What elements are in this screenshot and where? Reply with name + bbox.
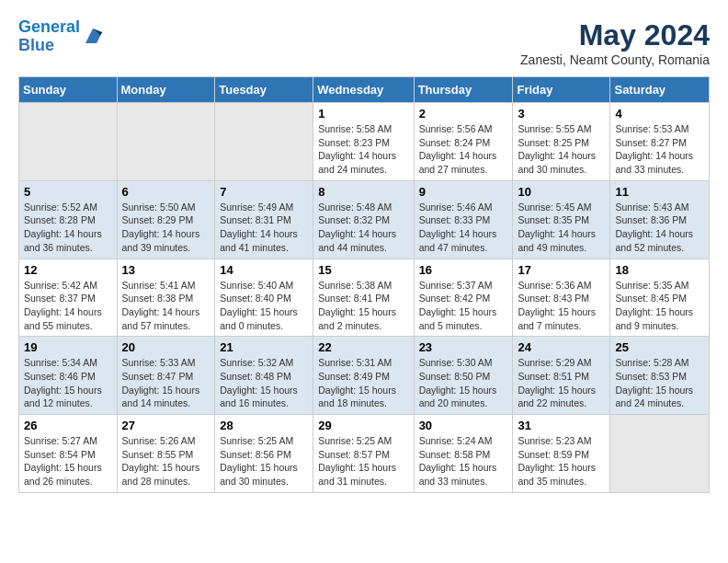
calendar-cell: 7Sunrise: 5:49 AMSunset: 8:31 PMDaylight… (215, 180, 313, 259)
day-info: Sunrise: 5:33 AMSunset: 8:47 PMDaylight:… (122, 356, 210, 410)
logo-text: GeneralBlue (18, 18, 80, 55)
calendar-week-row: 12Sunrise: 5:42 AMSunset: 8:37 PMDayligh… (19, 259, 710, 337)
day-info: Sunrise: 5:48 AMSunset: 8:32 PMDaylight:… (318, 201, 408, 255)
day-info: Sunrise: 5:45 AMSunset: 8:35 PMDaylight:… (518, 201, 605, 255)
header-cell-monday: Monday (117, 77, 215, 103)
day-number: 6 (122, 185, 210, 199)
calendar-cell: 6Sunrise: 5:50 AMSunset: 8:29 PMDaylight… (117, 180, 215, 259)
calendar-cell: 20Sunrise: 5:33 AMSunset: 8:47 PMDayligh… (117, 337, 215, 415)
header-cell-sunday: Sunday (19, 77, 118, 103)
day-info: Sunrise: 5:34 AMSunset: 8:46 PMDaylight:… (24, 356, 112, 410)
calendar-cell (117, 103, 215, 181)
calendar-cell (610, 415, 710, 493)
day-number: 12 (24, 263, 112, 277)
day-info: Sunrise: 5:49 AMSunset: 8:31 PMDaylight:… (220, 201, 308, 255)
day-number: 24 (518, 340, 605, 354)
day-number: 5 (24, 185, 112, 199)
day-number: 13 (122, 263, 210, 277)
header-cell-friday: Friday (513, 77, 610, 103)
day-info: Sunrise: 5:56 AMSunset: 8:24 PMDaylight:… (419, 122, 508, 177)
calendar-cell: 18Sunrise: 5:35 AMSunset: 8:45 PMDayligh… (610, 259, 710, 337)
day-info: Sunrise: 5:43 AMSunset: 8:36 PMDaylight:… (615, 201, 704, 255)
day-info: Sunrise: 5:26 AMSunset: 8:55 PMDaylight:… (122, 434, 210, 488)
calendar-cell: 22Sunrise: 5:31 AMSunset: 8:49 PMDayligh… (313, 337, 414, 415)
calendar-cell: 3Sunrise: 5:55 AMSunset: 8:25 PMDaylight… (513, 103, 610, 181)
day-number: 1 (318, 107, 408, 121)
day-info: Sunrise: 5:55 AMSunset: 8:25 PMDaylight:… (518, 122, 605, 177)
day-number: 10 (518, 185, 605, 199)
day-info: Sunrise: 5:25 AMSunset: 8:57 PMDaylight:… (318, 434, 408, 488)
day-number: 28 (220, 419, 308, 432)
calendar-cell (215, 103, 313, 181)
calendar-header-row: SundayMondayTuesdayWednesdayThursdayFrid… (19, 77, 710, 103)
day-number: 8 (318, 185, 408, 199)
day-info: Sunrise: 5:53 AMSunset: 8:27 PMDaylight:… (615, 122, 704, 177)
calendar-cell: 31Sunrise: 5:23 AMSunset: 8:59 PMDayligh… (513, 415, 610, 493)
month-title: May 2024 (520, 18, 710, 52)
day-info: Sunrise: 5:32 AMSunset: 8:48 PMDaylight:… (220, 356, 308, 410)
day-info: Sunrise: 5:46 AMSunset: 8:33 PMDaylight:… (419, 201, 508, 255)
calendar-cell: 13Sunrise: 5:41 AMSunset: 8:38 PMDayligh… (117, 259, 215, 337)
calendar-cell: 16Sunrise: 5:37 AMSunset: 8:42 PMDayligh… (414, 259, 513, 337)
day-number: 15 (318, 263, 408, 277)
day-number: 7 (220, 185, 308, 199)
header-cell-thursday: Thursday (414, 77, 513, 103)
day-info: Sunrise: 5:24 AMSunset: 8:58 PMDaylight:… (419, 434, 508, 488)
calendar-cell: 23Sunrise: 5:30 AMSunset: 8:50 PMDayligh… (414, 337, 513, 415)
day-info: Sunrise: 5:58 AMSunset: 8:23 PMDaylight:… (318, 122, 408, 177)
day-info: Sunrise: 5:28 AMSunset: 8:53 PMDaylight:… (615, 356, 704, 410)
day-info: Sunrise: 5:37 AMSunset: 8:42 PMDaylight:… (419, 279, 508, 333)
day-info: Sunrise: 5:42 AMSunset: 8:37 PMDaylight:… (24, 279, 112, 333)
calendar-cell: 4Sunrise: 5:53 AMSunset: 8:27 PMDaylight… (610, 103, 710, 181)
calendar-cell: 14Sunrise: 5:40 AMSunset: 8:40 PMDayligh… (215, 259, 313, 337)
calendar-cell: 5Sunrise: 5:52 AMSunset: 8:28 PMDaylight… (19, 180, 118, 259)
day-info: Sunrise: 5:25 AMSunset: 8:56 PMDaylight:… (220, 434, 308, 488)
calendar-week-row: 5Sunrise: 5:52 AMSunset: 8:28 PMDaylight… (19, 180, 710, 259)
calendar-week-row: 1Sunrise: 5:58 AMSunset: 8:23 PMDaylight… (19, 103, 710, 181)
calendar-cell: 21Sunrise: 5:32 AMSunset: 8:48 PMDayligh… (215, 337, 313, 415)
day-info: Sunrise: 5:23 AMSunset: 8:59 PMDaylight:… (518, 434, 605, 488)
calendar-body: 1Sunrise: 5:58 AMSunset: 8:23 PMDaylight… (19, 103, 710, 493)
calendar-cell: 10Sunrise: 5:45 AMSunset: 8:35 PMDayligh… (513, 180, 610, 259)
day-number: 25 (615, 340, 704, 354)
calendar-cell: 24Sunrise: 5:29 AMSunset: 8:51 PMDayligh… (513, 337, 610, 415)
page-header: GeneralBlue May 2024 Zanesti, Neamt Coun… (18, 18, 710, 67)
day-info: Sunrise: 5:50 AMSunset: 8:29 PMDaylight:… (122, 201, 210, 255)
day-number: 21 (220, 340, 308, 354)
calendar-table: SundayMondayTuesdayWednesdayThursdayFrid… (18, 76, 710, 493)
logo: GeneralBlue (18, 18, 104, 55)
calendar-cell: 26Sunrise: 5:27 AMSunset: 8:54 PMDayligh… (19, 415, 118, 493)
calendar-week-row: 19Sunrise: 5:34 AMSunset: 8:46 PMDayligh… (19, 337, 710, 415)
calendar-cell: 11Sunrise: 5:43 AMSunset: 8:36 PMDayligh… (610, 180, 710, 259)
calendar-cell: 2Sunrise: 5:56 AMSunset: 8:24 PMDaylight… (414, 103, 513, 181)
calendar-cell: 27Sunrise: 5:26 AMSunset: 8:55 PMDayligh… (117, 415, 215, 493)
calendar-cell: 8Sunrise: 5:48 AMSunset: 8:32 PMDaylight… (313, 180, 414, 259)
day-number: 3 (518, 107, 605, 121)
day-info: Sunrise: 5:52 AMSunset: 8:28 PMDaylight:… (24, 201, 112, 255)
day-number: 29 (318, 419, 408, 432)
calendar-cell: 25Sunrise: 5:28 AMSunset: 8:53 PMDayligh… (610, 337, 710, 415)
day-number: 27 (122, 419, 210, 432)
title-section: May 2024 Zanesti, Neamt County, Romania (520, 18, 710, 67)
day-info: Sunrise: 5:31 AMSunset: 8:49 PMDaylight:… (318, 356, 408, 410)
day-number: 16 (419, 263, 508, 277)
header-cell-wednesday: Wednesday (313, 77, 414, 103)
location: Zanesti, Neamt County, Romania (520, 52, 710, 67)
day-info: Sunrise: 5:41 AMSunset: 8:38 PMDaylight:… (122, 279, 210, 333)
day-number: 23 (419, 340, 508, 354)
day-number: 30 (419, 419, 508, 432)
header-cell-tuesday: Tuesday (215, 77, 313, 103)
day-number: 26 (24, 419, 112, 432)
day-number: 11 (615, 185, 704, 199)
day-number: 14 (220, 263, 308, 277)
calendar-cell (19, 103, 118, 181)
calendar-week-row: 26Sunrise: 5:27 AMSunset: 8:54 PMDayligh… (19, 415, 710, 493)
day-info: Sunrise: 5:36 AMSunset: 8:43 PMDaylight:… (518, 279, 605, 333)
day-number: 22 (318, 340, 408, 354)
calendar-cell: 29Sunrise: 5:25 AMSunset: 8:57 PMDayligh… (313, 415, 414, 493)
calendar-cell: 1Sunrise: 5:58 AMSunset: 8:23 PMDaylight… (313, 103, 414, 181)
header-cell-saturday: Saturday (610, 77, 710, 103)
calendar-cell: 9Sunrise: 5:46 AMSunset: 8:33 PMDaylight… (414, 180, 513, 259)
day-info: Sunrise: 5:30 AMSunset: 8:50 PMDaylight:… (419, 356, 508, 410)
calendar-cell: 28Sunrise: 5:25 AMSunset: 8:56 PMDayligh… (215, 415, 313, 493)
